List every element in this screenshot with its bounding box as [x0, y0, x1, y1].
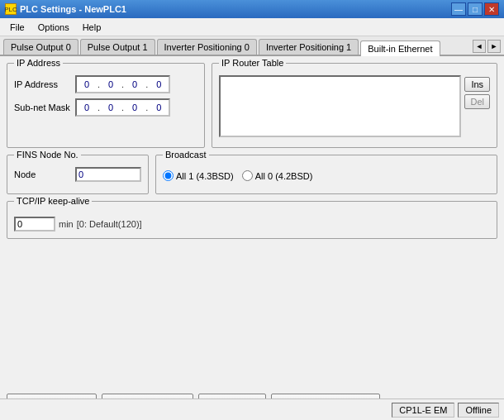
tab-nav-left[interactable]: ◄ [473, 40, 486, 53]
subnet-mask-label: Sub-net Mask [14, 103, 72, 112]
minimize-button[interactable]: — [451, 2, 466, 16]
ip-router-group: IP Router Table Ins Del [212, 63, 497, 148]
broadcast-radio-1[interactable] [163, 170, 174, 181]
router-table-container: Ins Del [219, 75, 490, 141]
menu-bar: File Options Help [0, 18, 504, 36]
tab-bar: Pulse Output 0 Pulse Output 1 Inverter P… [0, 36, 504, 56]
title-bar-left: PLC PLC Settings - NewPLC1 [5, 3, 126, 15]
ip-seg-0[interactable] [77, 77, 97, 92]
del-button[interactable]: Del [464, 94, 490, 109]
subnet-seg-3[interactable] [149, 100, 169, 115]
app-icon: PLC [5, 3, 17, 15]
broadcast-option2[interactable]: All 0 (4.2BSD) [242, 170, 313, 181]
broadcast-group: Broadcast All 1 (4.3BSD) All 0 (4.2BSD) [155, 155, 497, 194]
ip-address-field[interactable]: . . . [75, 75, 170, 93]
tcp-row: min [0: Default(120)] [14, 217, 490, 231]
status-bar: CP1L-E EM Offline [0, 399, 504, 420]
fins-node-group-label: FINS Node No. [14, 150, 81, 160]
tab-pulse-output-1[interactable]: Pulse Output 1 [80, 39, 155, 55]
status-connection: Offline [458, 403, 499, 418]
ip-router-group-label: IP Router Table [219, 58, 286, 68]
tab-pulse-output-0[interactable]: Pulse Output 0 [3, 39, 78, 55]
tab-nav-right[interactable]: ► [487, 40, 501, 53]
window-title: PLC Settings - NewPLC1 [20, 4, 126, 14]
tcp-hint: [0: Default(120)] [77, 219, 142, 229]
tcp-keepalive-group: TCP/IP keep-alive min [0: Default(120)] [7, 201, 497, 239]
tab-inverter-positioning-0[interactable]: Inverter Positioning 0 [157, 39, 257, 55]
subnet-mask-row: Sub-net Mask . . . [14, 98, 197, 117]
tcp-unit: min [59, 219, 74, 229]
status-model: CP1L-E EM [392, 403, 454, 418]
broadcast-option1[interactable]: All 1 (4.3BSD) [163, 170, 234, 181]
fins-node-input[interactable] [75, 167, 141, 182]
subnet-mask-field[interactable]: . . . [75, 98, 170, 117]
tcp-keepalive-label: TCP/IP keep-alive [14, 196, 92, 206]
menu-file[interactable]: File [3, 21, 31, 34]
subnet-seg-2[interactable] [125, 100, 145, 115]
ins-button[interactable]: Ins [464, 77, 490, 92]
close-button[interactable]: ✕ [484, 2, 499, 16]
tab-inverter-positioning-1[interactable]: Inverter Positioning 1 [259, 39, 359, 55]
middle-row: FINS Node No. Node Broadcast All 1 (4.3B… [7, 155, 497, 194]
tab-builtin-ethernet[interactable]: Built-in Ethernet [360, 41, 440, 56]
tab-navigation: ◄ ► [473, 40, 501, 53]
menu-options[interactable]: Options [31, 21, 76, 34]
fins-node-row: Node [14, 167, 141, 182]
ip-address-row: IP Address . . . [14, 75, 197, 93]
tcp-keepalive-input[interactable] [14, 217, 55, 231]
maximize-button[interactable]: □ [468, 2, 483, 16]
router-table[interactable] [219, 75, 461, 137]
router-buttons: Ins Del [464, 75, 490, 141]
broadcast-options: All 1 (4.3BSD) All 0 (4.2BSD) [163, 170, 490, 181]
main-content: IP Address IP Address . . . Sub-net Mask [0, 56, 504, 389]
ip-seg-3[interactable] [149, 77, 169, 92]
ip-address-label: IP Address [14, 79, 72, 89]
ip-seg-2[interactable] [125, 77, 145, 92]
bottom-group-row: TCP/IP keep-alive min [0: Default(120)] [7, 201, 497, 239]
subnet-seg-0[interactable] [77, 100, 97, 115]
fins-node-group: FINS Node No. Node [7, 155, 149, 194]
menu-help[interactable]: Help [76, 21, 108, 34]
broadcast-radio-2[interactable] [242, 170, 253, 181]
fins-node-label: Node [14, 169, 72, 179]
ip-address-group: IP Address IP Address . . . Sub-net Mask [7, 63, 205, 148]
window-controls: — □ ✕ [451, 2, 499, 16]
ip-seg-1[interactable] [101, 77, 121, 92]
title-bar: PLC PLC Settings - NewPLC1 — □ ✕ [0, 0, 504, 18]
subnet-seg-1[interactable] [101, 100, 121, 115]
top-row: IP Address IP Address . . . Sub-net Mask [7, 63, 497, 148]
ip-address-group-label: IP Address [14, 58, 63, 68]
broadcast-group-label: Broadcast [163, 150, 209, 160]
